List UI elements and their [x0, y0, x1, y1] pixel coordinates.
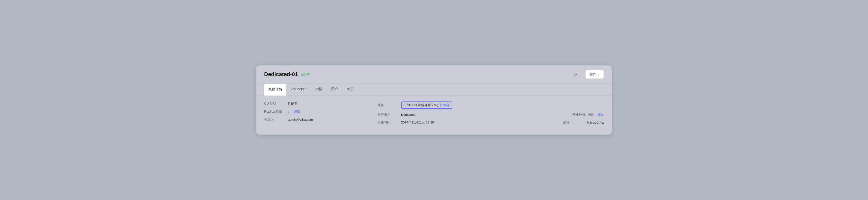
cu-type-value: 性能型	[288, 102, 298, 106]
created-row: 创建时间 2024年11月11日 18:10	[377, 120, 491, 125]
info-grid: CU 类型 性能型 Replica 数量 1 编辑 创建人 admin@zill…	[264, 102, 604, 125]
cu-type-label: CU 类型	[264, 102, 284, 106]
creator-row: 创建人 admin@zilliz.com	[264, 117, 377, 122]
spec-value: 1 CU(CU 加载容量 7 %)	[404, 103, 438, 107]
tab-backup[interactable]: 备份	[343, 83, 358, 95]
tab-bar: 集群详情 Collection 指标 用户 备份	[256, 83, 612, 95]
replica-row: Replica 数量 1 编辑	[264, 109, 377, 114]
info-col-1: CU 类型 性能型 Replica 数量 1 编辑 创建人 admin@zill…	[264, 102, 377, 125]
tab-users[interactable]: 用户	[327, 83, 342, 95]
version-label: 集群版本	[377, 112, 397, 117]
header-right: >_ 操作 ∨	[572, 70, 604, 79]
chevron-down-icon: ∨	[597, 73, 600, 76]
elastic-link[interactable]: 弹性伸缩	[572, 112, 585, 117]
compat-value: Milvus 2.4.x	[587, 121, 604, 124]
info-col-2: 规格 1 CU(CU 加载容量 7 %) 扩缩容 集群版本 Dedicated …	[377, 102, 491, 125]
creator-label: 创建人	[264, 117, 284, 122]
replica-value: 1	[288, 110, 289, 114]
version-row: 集群版本 Dedicated	[377, 112, 491, 117]
version-value: Dedicated	[401, 113, 416, 117]
compat-label: 兼容	[563, 120, 583, 125]
expand-link[interactable]: 扩缩容	[440, 103, 449, 107]
content-area: CU 类型 性能型 Replica 数量 1 编辑 创建人 admin@zill…	[256, 95, 612, 131]
tab-cluster-detail[interactable]: 集群详情	[264, 83, 286, 95]
cluster-name: Dedicated-01	[264, 71, 298, 78]
tab-metrics[interactable]: 指标	[311, 83, 326, 95]
close-link[interactable]: 关闭	[588, 112, 594, 117]
compat-row: 兼容 Milvus 2.4.x	[563, 120, 604, 125]
status-badge: 运行中	[301, 72, 311, 77]
terminal-button[interactable]: >_	[572, 70, 581, 79]
actions-button[interactable]: 操作 ∨	[585, 70, 604, 79]
created-label: 创建时间	[377, 120, 397, 125]
header-left: Dedicated-01 运行中	[264, 71, 311, 78]
creator-value: admin@zilliz.com	[288, 118, 313, 121]
spec-highlight-box: 1 CU(CU 加载容量 7 %) 扩缩容	[401, 102, 453, 109]
main-container: Dedicated-01 运行中 >_ 操作 ∨ 集群详情 Collection…	[256, 65, 612, 135]
header: Dedicated-01 运行中 >_ 操作 ∨	[256, 65, 612, 83]
edit-link[interactable]: 编辑	[597, 112, 604, 117]
actions-label: 操作	[590, 72, 596, 77]
info-col-3: 弹性伸缩 关闭 编辑 兼容 Milvus 2.4.x	[491, 102, 604, 125]
cu-type-row: CU 类型 性能型	[264, 102, 377, 106]
top-action-links: 弹性伸缩 关闭 编辑	[572, 112, 604, 117]
spec-label: 规格	[377, 103, 397, 107]
replica-label: Replica 数量	[264, 109, 284, 114]
created-value: 2024年11月11日 18:10	[401, 120, 434, 125]
spec-row: 规格 1 CU(CU 加载容量 7 %) 扩缩容	[377, 102, 491, 109]
tab-collection[interactable]: Collection	[287, 84, 310, 95]
replica-edit-link[interactable]: 编辑	[293, 109, 300, 114]
